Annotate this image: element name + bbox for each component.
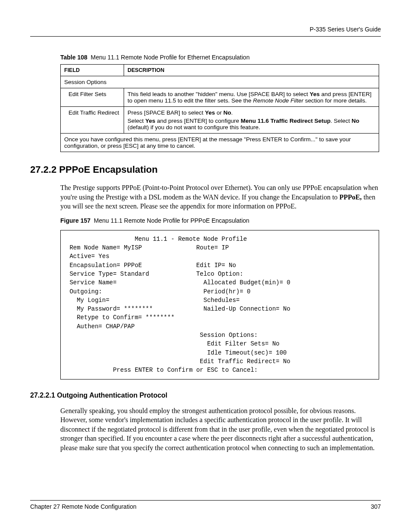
footer-page-number: 307 [371,503,381,510]
table-row: Once you have configured this menu, pres… [61,134,379,152]
terminal-line: Active= Yes [66,253,109,260]
terminal-line: Authen= CHAP/PAP [66,323,135,330]
body-paragraph: The Prestige supports PPPoE (Point-to-Po… [60,183,381,211]
bold-no: No [352,118,359,124]
bold-no: No [224,109,231,116]
footer-chapter: Chapter 27 Remote Node Configuration [30,503,137,510]
footer-row: Once you have configured this menu, pres… [61,134,379,152]
text: (default) if you do not want to configur… [128,124,260,131]
page-header: P-335 Series User's Guide [30,26,381,37]
guide-title: P-335 Series User's Guide [310,26,381,33]
th-field: FIELD [61,65,124,76]
figure-caption: Figure 157 Menu 11.1 Remote Node Profile… [60,217,381,224]
desc-cell: This field leads to another "hidden" men… [124,88,379,107]
table-caption: Table 108 Menu 11.1 Remote Node Profile … [60,54,381,61]
text: . Select [330,118,352,124]
terminal-line: My Password= ******** Nailed-Up Connecti… [66,305,290,312]
text: The Prestige supports PPPoE (Point-to-Po… [60,184,378,201]
terminal-line: Menu 11.1 - Remote Node Profile [66,236,247,243]
page-footer: Chapter 27 Remote Node Configuration 307 [30,500,381,510]
text: Press [SPACE BAR] to select [128,109,205,116]
table-row: Edit Traffic Redirect Press [SPACE BAR] … [61,107,379,134]
field-cell: Edit Traffic Redirect [61,107,124,134]
terminal-line: Edit Filter Sets= No [66,340,280,347]
body-paragraph: Generally speaking, you should employ th… [60,406,381,453]
terminal-line: Encapsulation= PPPoE Edit IP= No [66,262,236,269]
bold-yes: Yes [145,118,155,124]
terminal-line: Service Name= Allocated Budget(min)= 0 [66,279,290,286]
figure-caption-prefix: Figure 157 [60,217,90,224]
desc-cell: Press [SPACE BAR] to select Yes or No. S… [124,107,379,134]
table-caption-text: Menu 11.1 Remote Node Profile for Ethern… [91,54,250,61]
terminal-line: Service Type= Standard Telco Option: [66,271,243,277]
bold-yes: Yes [205,109,215,116]
section-row: Session Options [61,76,379,88]
terminal-line: Outgoing: Period(hr)= 0 [66,288,250,295]
bold-pppoe: PPPoE, [339,193,362,201]
figure-caption-text: Menu 11.1 Remote Node Profile for PPPoE … [94,217,249,224]
terminal-line: Retype to Confirm= ******** [66,314,174,321]
th-description: DESCRIPTION [124,65,379,76]
table-row: Session Options [61,76,379,88]
fields-table: FIELD DESCRIPTION Session Options Edit F… [60,64,379,152]
terminal-line: Rem Node Name= MyISP Route= IP [66,244,229,251]
text: and press [ENTER] to configure [156,118,241,124]
text: section for more details. [303,97,367,104]
desc-line: Press [SPACE BAR] to select Yes or No. [128,109,375,116]
text: Select [128,118,145,124]
terminal-line: Edit Traffic Redirect= No [66,358,290,365]
terminal-line: My Login= Schedules= [66,297,240,304]
terminal-line: Session Options: [66,332,258,339]
table-row: Edit Filter Sets This field leads to ano… [61,88,379,107]
desc-line: Select Yes and press [ENTER] to configur… [128,118,375,131]
bold-yes: Yes [310,91,320,97]
terminal-line: Press ENTER to Confirm or ESC to Cancel: [66,367,258,373]
text: . [231,109,233,116]
terminal-screenshot: Menu 11.1 - Remote Node Profile Rem Node… [60,230,379,380]
bold-menu: Menu 11.6 Traffic Redirect Setup [241,118,331,124]
subsection-heading: 27.2.2.1 Outgoing Authentication Protoco… [30,392,381,399]
table-caption-prefix: Table 108 [60,54,87,61]
terminal-line: Idle Timeout(sec)= 100 [66,349,286,356]
text: or [215,109,224,116]
text: This field leads to another "hidden" men… [128,91,310,97]
section-heading: 27.2.2 PPPoE Encapsulation [30,164,381,175]
table-header-row: FIELD DESCRIPTION [61,65,379,76]
italic-ref: Remote Node Filter [253,97,303,104]
field-cell: Edit Filter Sets [61,88,124,107]
